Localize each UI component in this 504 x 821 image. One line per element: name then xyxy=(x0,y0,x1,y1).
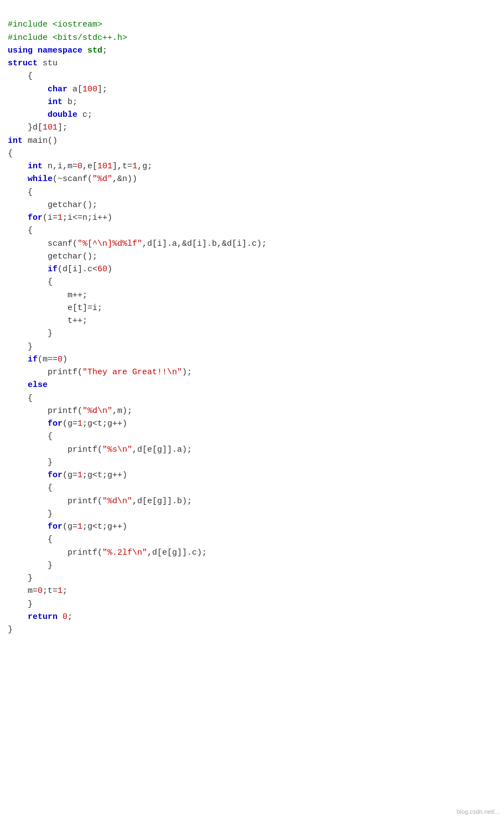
line-44: } xyxy=(8,574,33,583)
line-9: }d[101]; xyxy=(8,123,67,132)
line-17: { xyxy=(8,226,33,235)
line-33: { xyxy=(8,432,53,441)
line-25: } xyxy=(8,329,53,338)
line-4: struct stu xyxy=(8,59,58,68)
watermark: blog.csdn.net/... xyxy=(456,807,500,817)
line-30: { xyxy=(8,394,33,403)
line-36: for(g=1;g<t;g++) xyxy=(8,471,127,480)
line-18: scanf("%[^\n]%d%lf",d[i].a,&d[i].b,&d[i]… xyxy=(8,239,267,249)
line-34: printf("%s\n",d[e[g]].a); xyxy=(8,445,192,455)
line-26: } xyxy=(8,342,33,352)
line-1: #include <iostream> xyxy=(8,20,102,29)
line-16: for(i=1;i<=n;i++) xyxy=(8,213,112,223)
line-13: while(~scanf("%d",&n)) xyxy=(8,174,137,184)
line-35: } xyxy=(8,458,53,467)
line-48: } xyxy=(8,625,13,634)
line-43: } xyxy=(8,561,53,570)
line-22: m++; xyxy=(8,291,87,300)
line-12: int n,i,m=0,e[101],t=1,g; xyxy=(8,162,152,171)
line-37: { xyxy=(8,483,53,493)
line-27: if(m==0) xyxy=(8,355,67,364)
line-7: int b; xyxy=(8,97,77,107)
line-14: { xyxy=(8,188,33,197)
line-40: for(g=1;g<t;g++) xyxy=(8,522,127,531)
line-47: return 0; xyxy=(8,612,72,622)
line-5: { xyxy=(8,71,33,81)
line-23: e[t]=i; xyxy=(8,303,102,313)
line-10: int main() xyxy=(8,136,58,146)
line-46: } xyxy=(8,600,33,609)
line-24: t++; xyxy=(8,316,87,326)
line-32: for(g=1;g<t;g++) xyxy=(8,419,127,428)
line-20: if(d[i].c<60) xyxy=(8,265,112,274)
line-2: #include <bits/stdc++.h> xyxy=(8,33,127,43)
line-21: { xyxy=(8,277,53,287)
line-6: char a[100]; xyxy=(8,85,107,94)
line-38: printf("%d\n",d[e[g]].b); xyxy=(8,497,192,506)
line-45: m=0;t=1; xyxy=(8,586,67,596)
line-42: printf("%.2lf\n",d[e[g]].c); xyxy=(8,548,207,557)
line-28: printf("They are Great!!\n"); xyxy=(8,368,192,377)
line-11: { xyxy=(8,149,13,158)
code-editor: #include <iostream> #include <bits/stdc+… xyxy=(8,6,496,636)
line-15: getchar(); xyxy=(8,200,97,210)
line-19: getchar(); xyxy=(8,252,97,261)
line-3: using namespace std; xyxy=(8,46,107,55)
line-29: else xyxy=(8,380,48,390)
line-31: printf("%d\n",m); xyxy=(8,406,132,416)
line-39: } xyxy=(8,509,53,519)
line-8: double c; xyxy=(8,110,92,120)
line-41: { xyxy=(8,535,53,544)
